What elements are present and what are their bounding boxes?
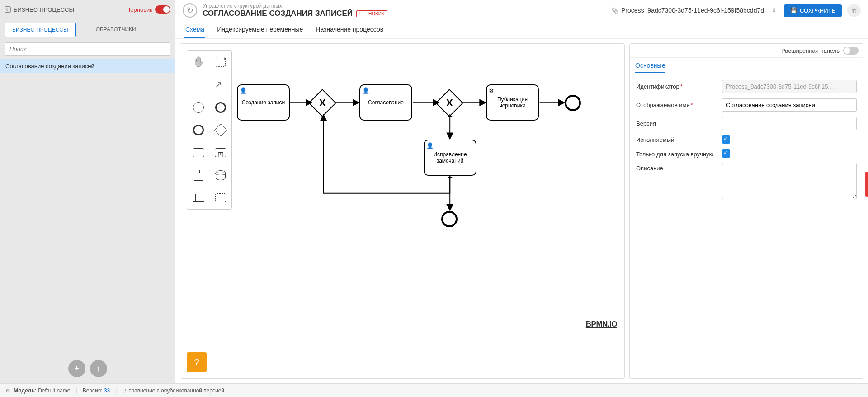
user-icon: 👤 bbox=[240, 87, 247, 94]
extended-panel-toggle[interactable] bbox=[843, 47, 859, 55]
start-event-icon bbox=[193, 102, 204, 113]
palette-subprocess[interactable] bbox=[209, 141, 231, 164]
checkbox-executable[interactable] bbox=[722, 135, 730, 144]
palette-space-tool[interactable] bbox=[187, 73, 209, 96]
status-bar: Модель: Default name | Версия: 33 | срав… bbox=[0, 383, 868, 397]
gateway-icon bbox=[214, 124, 226, 136]
sidebar-add-button[interactable]: + bbox=[68, 360, 85, 377]
user-icon: 👤 bbox=[426, 142, 434, 149]
draft-badge: ЧЕРНОВИК bbox=[356, 10, 387, 17]
palette-end-event[interactable] bbox=[187, 119, 209, 141]
sidebar-up-button[interactable]: ↑ bbox=[90, 360, 107, 377]
main-header: Управление структурой данных СОГЛАСОВАНИ… bbox=[175, 0, 868, 20]
palette-data-object[interactable] bbox=[187, 164, 209, 187]
help-button[interactable]: ? bbox=[187, 352, 207, 372]
subprocess-icon bbox=[215, 148, 226, 157]
main-tabs: Схема Индексируемые переменные Назначени… bbox=[175, 20, 868, 39]
status-version-label: Версия: bbox=[83, 388, 103, 394]
lasso-icon bbox=[216, 57, 226, 67]
sidebar-tab-handlers[interactable]: ОБРАБОТЧИКИ bbox=[89, 23, 143, 37]
tab-indexed-vars[interactable]: Индексируемые переменные bbox=[216, 21, 304, 38]
connect-icon bbox=[215, 79, 226, 90]
palette-hand-tool[interactable] bbox=[187, 51, 209, 73]
data-store-icon bbox=[216, 170, 226, 180]
bpmn-canvas[interactable]: 👤 Создание записи X 👤 Согласование X ⚙ П… bbox=[180, 43, 625, 379]
status-version: Версия: 33 bbox=[83, 388, 110, 394]
bpmn-end-event[interactable] bbox=[565, 95, 581, 111]
page-title: СОГЛАСОВАНИЕ СОЗДАНИЯ ЗАПИСЕЙ bbox=[203, 9, 353, 18]
lbl-display-name: Отображаемое имя* bbox=[636, 102, 717, 108]
main: Управление структурой данных СОГЛАСОВАНИ… bbox=[175, 0, 868, 383]
process-filename: Process_9adc7300-3d75-11ed-9c6f-159f58bc… bbox=[621, 7, 764, 14]
properties-panel: Расширенная панель Основные Идентификато… bbox=[629, 43, 863, 379]
task-icon bbox=[193, 148, 204, 157]
space-icon bbox=[193, 79, 204, 90]
download-icon[interactable] bbox=[769, 6, 778, 15]
bpmn-task-approve-label: Согласование bbox=[368, 99, 404, 106]
bpmn-task-fix-label: Исправление замечаний bbox=[426, 151, 474, 164]
status-version-link[interactable]: 33 bbox=[104, 388, 110, 394]
end-event-icon bbox=[193, 125, 204, 135]
status-compare[interactable]: сравнение с опубликованной версией bbox=[122, 388, 224, 394]
breadcrumb[interactable]: Управление структурой данных bbox=[203, 3, 387, 9]
sidebar-item-selected[interactable]: Согласование создания записей bbox=[0, 59, 175, 73]
tab-process-assign[interactable]: Назначение процессов bbox=[315, 21, 384, 38]
bpmn-task-approve[interactable]: 👤 Согласование bbox=[359, 84, 412, 121]
hand-icon bbox=[193, 56, 204, 68]
input-version[interactable] bbox=[722, 117, 857, 130]
pool-icon bbox=[193, 194, 204, 202]
bpmn-task-create-label: Создание записи bbox=[242, 99, 285, 106]
data-object-icon bbox=[194, 170, 203, 181]
save-button[interactable]: СОХРАНИТЬ bbox=[784, 4, 842, 17]
bpmn-gateway-2[interactable]: X bbox=[435, 89, 463, 117]
back-icon bbox=[5, 6, 11, 13]
status-model-name: Default name bbox=[38, 388, 70, 394]
user-icon: 👤 bbox=[362, 87, 369, 94]
input-identifier bbox=[722, 80, 857, 93]
status-model[interactable]: Модель: Default name bbox=[5, 388, 71, 394]
palette-task[interactable] bbox=[187, 141, 209, 164]
palette-gateway[interactable] bbox=[209, 119, 231, 141]
draft-toggle-wrap: Черновик bbox=[127, 5, 170, 14]
textarea-description[interactable] bbox=[722, 163, 857, 199]
tab-schema[interactable]: Схема bbox=[184, 21, 205, 38]
side-handle[interactable] bbox=[865, 172, 868, 197]
palette-participant[interactable] bbox=[187, 187, 209, 209]
sidebar-title[interactable]: БИЗНЕС-ПРОЦЕССЫ bbox=[5, 6, 74, 13]
sidebar: БИЗНЕС-ПРОЦЕССЫ Черновик БИЗНЕС-ПРОЦЕССЫ… bbox=[0, 0, 175, 383]
bpmn-task-fix[interactable]: 👤 Исправление замечаний bbox=[424, 140, 476, 176]
input-display-name[interactable] bbox=[722, 98, 857, 112]
draft-toggle[interactable] bbox=[155, 5, 170, 14]
bpmn-palette bbox=[187, 50, 232, 210]
palette-start-event[interactable] bbox=[187, 96, 209, 119]
bpmn-gateway-1[interactable]: X bbox=[308, 89, 336, 117]
extended-panel-label: Расширенная панель bbox=[781, 47, 840, 54]
gear-icon: ⚙ bbox=[489, 87, 494, 94]
bpmn-watermark: BPMN.iO bbox=[586, 320, 617, 329]
attachment-icon[interactable] bbox=[611, 7, 618, 14]
bpmn-end-event-2[interactable] bbox=[441, 211, 458, 227]
sidebar-title-text: БИЗНЕС-ПРОЦЕССЫ bbox=[14, 6, 74, 13]
palette-group[interactable] bbox=[209, 187, 231, 209]
palette-connect-tool[interactable] bbox=[209, 73, 231, 96]
lbl-executable: Исполняемый bbox=[636, 136, 717, 143]
draft-label: Черновик bbox=[127, 6, 152, 13]
group-icon bbox=[215, 193, 226, 202]
process-icon bbox=[183, 3, 197, 18]
lbl-identifier: Идентификатор* bbox=[636, 83, 717, 90]
palette-lasso-tool[interactable] bbox=[209, 51, 231, 73]
sidebar-list: Согласование создания записей bbox=[0, 59, 175, 383]
lbl-manual-only: Только для запуска вручную bbox=[636, 149, 717, 158]
bpmn-task-publish[interactable]: ⚙ Публикация черновика bbox=[486, 84, 539, 121]
checkbox-manual-only[interactable] bbox=[722, 149, 730, 158]
bpmn-task-create[interactable]: 👤 Создание записи bbox=[237, 84, 290, 121]
palette-data-store[interactable] bbox=[209, 164, 231, 187]
intermediate-event-icon bbox=[215, 102, 226, 113]
status-model-label: Модель: bbox=[14, 388, 36, 394]
delete-button[interactable] bbox=[847, 4, 861, 17]
sidebar-search-input[interactable] bbox=[5, 42, 170, 56]
props-section-main[interactable]: Основные bbox=[635, 62, 665, 73]
lbl-description: Описание bbox=[636, 163, 717, 172]
palette-intermediate-event[interactable] bbox=[209, 96, 231, 119]
sidebar-tab-bp[interactable]: БИЗНЕС-ПРОЦЕССЫ bbox=[5, 23, 76, 37]
